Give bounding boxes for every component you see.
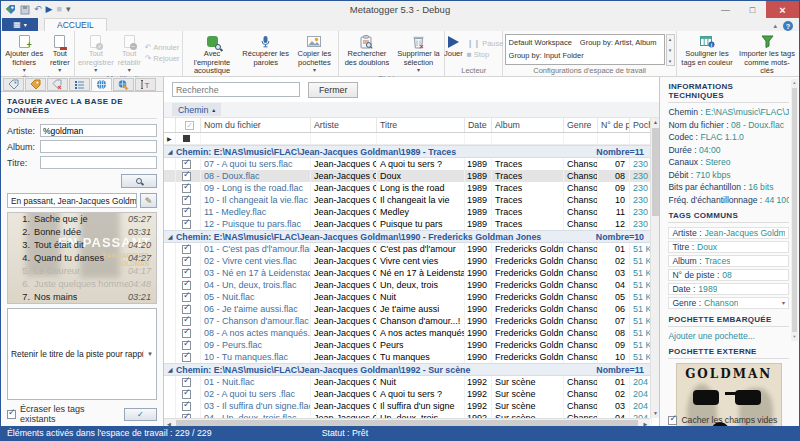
row-checkbox[interactable]: ✓ <box>182 184 191 193</box>
select-all-checkbox[interactable]: ✓ <box>185 121 194 130</box>
tab-list[interactable] <box>69 78 90 91</box>
tab-tag-color[interactable] <box>25 78 46 91</box>
row-checkbox[interactable]: ✓ <box>182 341 191 350</box>
tag-value[interactable]: Jean-Jacques Goldman <box>705 228 785 238</box>
find-duplicates-button[interactable]: Rechercher des doublons <box>340 32 393 74</box>
delete-selection-button[interactable]: × Supprimer la sélection▾ <box>394 32 444 74</box>
row-checkbox[interactable]: ✓ <box>182 269 191 278</box>
tech-value[interactable]: FLAC 1.1.0 <box>700 132 743 142</box>
import-tags-keywords-button[interactable]: Importer les tags comme mots-clés <box>736 32 798 76</box>
group-header-row[interactable]: ◢Chemin: E:\NAS\music\FLAC\Jean-Jacques … <box>164 230 652 243</box>
group-by-chip-chemin[interactable]: Chemin ▴ <box>172 103 221 116</box>
group-expander-icon[interactable]: ◢ <box>164 366 176 373</box>
table-row[interactable]: ✓09 - Peurs.flacJean-Jacques GoldmanPeur… <box>164 339 652 351</box>
tag-field[interactable]: Date :1989 <box>668 283 789 295</box>
tag-field[interactable]: Artiste :Jean-Jacques Goldman <box>668 227 789 239</box>
tab-tag-remove[interactable]: × <box>47 78 68 91</box>
album-field[interactable] <box>40 140 157 153</box>
track-list-item[interactable]: 6.Juste quelques hommes04:48 <box>8 277 156 290</box>
tag-value[interactable]: 08 <box>722 270 732 280</box>
column-header-date[interactable]: Date <box>465 118 492 132</box>
table-row[interactable]: ✓06 - Je t'aime aussi.flacJean-Jacques G… <box>164 303 652 315</box>
column-header-genre[interactable]: Genre <box>564 118 598 132</box>
undo-icon[interactable]: ↶ <box>34 5 42 14</box>
tag-value[interactable]: 1989 <box>698 284 717 294</box>
tech-value[interactable]: 710 kbps <box>696 170 731 180</box>
table-row[interactable]: ✓10 - Il changeait la vie.flacJean-Jacqu… <box>164 194 652 206</box>
table-row[interactable]: ✓05 - Nuit.flacJean-Jacques GoldmanNuit1… <box>164 291 652 303</box>
row-checkbox[interactable]: ✓ <box>182 329 191 338</box>
row-checkbox[interactable]: ✓ <box>182 353 191 362</box>
vertical-scrollbar[interactable]: ▲ ▼ <box>650 118 659 418</box>
copy-covers-button[interactable]: Copier les pochettes▾ <box>292 32 338 76</box>
table-row[interactable]: ✓02 - Vivre cent vies.flacJean-Jacques G… <box>164 255 652 267</box>
tech-value[interactable]: E:\NAS\music\FLAC\Jean-Jac... <box>705 107 789 117</box>
workspace-item[interactable]: Group by: Input Folder <box>509 51 584 60</box>
workspace-list[interactable]: Default WorkspaceGroup by: Artist, Album… <box>505 34 665 65</box>
close-search-button[interactable]: Fermer <box>308 82 358 98</box>
tag-value[interactable]: Doux <box>697 242 717 252</box>
scrollbar-thumb[interactable] <box>652 128 659 216</box>
table-row[interactable]: ✓07 - A quoi tu sers.flacJean-Jacques Go… <box>164 158 652 170</box>
ribbon-collapse-icon[interactable]: ▴ <box>773 22 777 30</box>
table-row[interactable]: ✓09 - Long is the road.flacJean-Jacques … <box>164 182 652 194</box>
tag-field[interactable]: Genre :Chanson▾ <box>668 297 789 309</box>
overwrite-tags-checkbox[interactable]: ✓ <box>7 410 16 419</box>
group-header-row[interactable]: ◢Chemin: E:\NAS\music\FLAC\Jean-Jacques … <box>164 145 652 158</box>
workspace-item[interactable]: Group by: Artist, Album <box>580 38 657 47</box>
tag-field[interactable]: Titre :Doux <box>668 241 789 253</box>
row-checkbox[interactable]: ✓ <box>182 172 191 181</box>
play-button[interactable]: Jouer <box>442 32 465 66</box>
table-row[interactable]: ✓07 - Chanson d'amour.flacJean-Jacques G… <box>164 315 652 327</box>
table-row[interactable]: ✓08 - Doux.flacJean-Jacques GoldmanDoux1… <box>164 170 652 182</box>
workspace-scrollbar[interactable]: ▴ ▾ ▾ <box>666 34 675 66</box>
table-row[interactable]: ✓03 - Né en 17 à Leidenstadt.flacJean-Ja… <box>164 267 652 279</box>
track-list-item[interactable]: 2.Bonne Idée03:31 <box>8 226 156 239</box>
table-row[interactable]: ✓03 - Il suffira d'un signe.flacJean-Jac… <box>164 400 652 412</box>
tech-value[interactable]: 16 bits <box>748 182 773 192</box>
scroll-up-icon[interactable]: ▲ <box>653 118 658 127</box>
tech-value[interactable]: 44 100 Hertz <box>765 195 789 205</box>
column-header-cover[interactable]: Pochette <box>630 118 652 132</box>
add-files-button[interactable]: + Ajouter des fichiers▾ <box>2 32 46 74</box>
table-row[interactable]: ✓01 - Nuit.flacJean-Jacques GoldmanNuit1… <box>164 376 652 388</box>
qat-dropdown-icon[interactable]: ▾ <box>66 5 71 14</box>
hide-empty-checkbox[interactable]: ✓ <box>668 416 677 425</box>
table-row[interactable]: ✓04 - Un, deux, trois.flacJean-Jacques G… <box>164 279 652 291</box>
workspace-item[interactable]: Default Workspace <box>509 38 572 47</box>
track-list-item[interactable]: 4.Quand tu danses04:27 <box>8 252 156 265</box>
tag-field[interactable]: N° de piste :08 <box>668 269 789 281</box>
title-field[interactable] <box>40 156 157 169</box>
group-expander-icon[interactable]: ◢ <box>164 233 176 240</box>
get-lyrics-button[interactable]: Récupérer les paroles <box>240 32 292 76</box>
edit-album-button[interactable]: ✎ <box>140 193 157 208</box>
search-input[interactable] <box>172 82 300 97</box>
column-header-title[interactable]: Titre <box>377 118 465 132</box>
row-checkbox[interactable]: ✓ <box>182 390 191 399</box>
apply-tags-button[interactable]: ✓ <box>124 408 157 421</box>
group-expander-icon[interactable]: ◢ <box>164 148 176 155</box>
row-checkbox[interactable]: ✓ <box>182 402 191 411</box>
remove-all-button[interactable]: Tout retirer▾ <box>46 32 73 74</box>
track-list-item[interactable]: 8.Natacha03:53 <box>8 303 156 304</box>
scrollbar-thumb[interactable] <box>792 88 797 332</box>
indeterminate-checkbox[interactable] <box>183 135 190 142</box>
scroll-down-icon[interactable]: ▼ <box>653 409 658 418</box>
play-icon[interactable]: ▶ <box>46 5 53 14</box>
row-checkbox[interactable]: ✓ <box>182 378 191 387</box>
tech-value[interactable]: Stereo <box>705 157 730 167</box>
table-row[interactable]: ✓11 - Medley.flacJean-Jacques GoldmanMed… <box>164 206 652 218</box>
panel-scrollbar[interactable]: ▴ ▾ <box>791 79 798 341</box>
tag-value[interactable]: Chanson <box>704 298 738 308</box>
add-cover-link[interactable]: Ajouter une pochette... <box>668 331 789 341</box>
row-checkbox[interactable]: ✓ <box>182 245 191 254</box>
maximize-button[interactable]: □ <box>739 1 766 18</box>
app-menu-button[interactable]: ▦ ▾ <box>2 18 38 31</box>
close-button[interactable]: × <box>766 1 799 18</box>
table-row[interactable]: ✓08 - A nos actes manqués.flacJean-Jacqu… <box>164 327 652 339</box>
underline-tags-button[interactable]: i Souligner les tags en couleur <box>678 32 736 76</box>
tag-field[interactable]: Album :Traces <box>668 255 789 267</box>
table-row[interactable]: ✓02 - A quoi tu sers .flacJean-Jacques G… <box>164 388 652 400</box>
tab-database-lookup[interactable] <box>91 78 112 91</box>
column-header-track[interactable]: N° de piste <box>598 118 630 132</box>
